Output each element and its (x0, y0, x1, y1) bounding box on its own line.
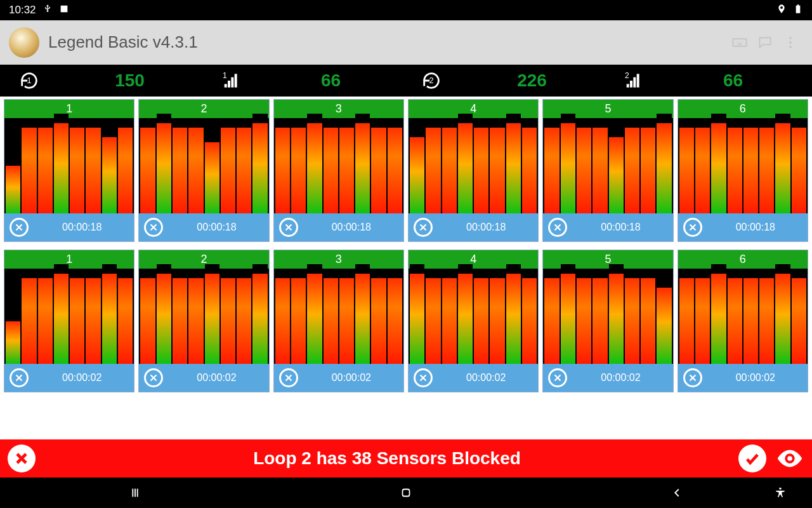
loop1-signal-icon: 1 (205, 70, 256, 91)
sensor-timer: 00:00:02 (573, 372, 667, 384)
overflow-menu-icon[interactable] (778, 30, 803, 55)
keyboard-icon[interactable] (727, 30, 752, 55)
sensor-bars (139, 118, 268, 213)
sensor-clear-button[interactable] (144, 368, 163, 387)
loop2-rate-value: 226 (457, 70, 607, 91)
android-nav-bar (0, 478, 812, 508)
sensor-card-footer: 00:00:18 (543, 213, 672, 241)
svg-text:1: 1 (223, 71, 227, 80)
sensor-timer: 00:00:02 (35, 372, 129, 384)
sensor-clear-button[interactable] (10, 368, 29, 387)
svg-point-20 (779, 488, 781, 490)
sensor-card-footer: 00:00:18 (139, 213, 268, 241)
app-title: Legend Basic v4.3.1 (48, 32, 727, 52)
sensor-bars (4, 118, 134, 213)
sensor-card-footer: 00:00:18 (678, 213, 808, 241)
sensor-bars (274, 118, 403, 213)
loop1-signal-value: 66 (256, 70, 406, 91)
sensor-clear-button[interactable] (279, 218, 298, 237)
nav-back-button[interactable] (658, 486, 696, 500)
sensor-clear-button[interactable] (548, 368, 567, 387)
sensor-bars (139, 269, 268, 364)
app-header: Legend Basic v4.3.1 (0, 20, 812, 65)
sensor-timer: 00:00:18 (304, 222, 398, 233)
sensor-card-number: 3 (274, 100, 403, 118)
app-logo-icon (9, 27, 39, 58)
sensor-row: 100:00:02200:00:02300:00:02400:00:02500:… (4, 250, 808, 392)
svg-text:1: 1 (27, 76, 31, 85)
sensor-card-footer: 00:00:18 (409, 213, 538, 241)
sensor-card[interactable]: 300:00:02 (273, 250, 404, 392)
svg-point-1 (789, 37, 792, 39)
sensor-grid: 100:00:18200:00:18300:00:18400:00:18500:… (0, 97, 812, 439)
sensor-card-footer: 00:00:18 (274, 213, 403, 241)
sensor-clear-button[interactable] (548, 218, 567, 237)
sensor-card[interactable]: 200:00:02 (138, 250, 269, 392)
svg-rect-6 (225, 84, 227, 87)
svg-text:2: 2 (429, 76, 433, 85)
sensor-card[interactable]: 300:00:18 (273, 99, 404, 242)
sensor-timer: 00:00:02 (709, 372, 802, 384)
sensor-clear-button[interactable] (414, 218, 433, 237)
svg-rect-9 (235, 74, 237, 87)
sensor-timer: 00:00:02 (304, 372, 398, 384)
sensor-card[interactable]: 500:00:18 (542, 99, 673, 242)
sensor-clear-button[interactable] (683, 218, 702, 237)
svg-point-3 (789, 46, 792, 48)
alert-confirm-button[interactable] (738, 444, 766, 472)
sensor-timer: 00:00:18 (169, 222, 263, 233)
sensor-timer: 00:00:18 (35, 222, 129, 233)
sensor-card-footer: 00:00:18 (4, 213, 134, 241)
sensor-clear-button[interactable] (683, 368, 702, 387)
nav-accessibility-button[interactable] (761, 486, 799, 499)
sensor-card-number: 1 (4, 100, 134, 118)
loop2-signal-icon: 2 (607, 70, 658, 91)
svg-rect-12 (627, 84, 629, 87)
sensor-timer: 00:00:02 (169, 372, 263, 384)
nav-recent-button[interactable] (116, 486, 154, 500)
sensor-clear-button[interactable] (279, 368, 298, 387)
sensor-bars (409, 118, 538, 213)
sensor-bars (678, 269, 808, 364)
sensor-bars (543, 118, 672, 213)
svg-text:2: 2 (625, 71, 629, 80)
sensor-card[interactable]: 100:00:18 (4, 99, 134, 242)
sensor-card-footer: 00:00:02 (409, 364, 538, 392)
loop1-rate-icon: 1 (4, 70, 55, 91)
sensor-bars (274, 269, 403, 364)
location-icon (776, 4, 787, 17)
summary-bar: 1 150 1 66 2 226 2 66 (0, 65, 812, 97)
loop2-rate-icon: 2 (406, 70, 457, 91)
sensor-clear-button[interactable] (144, 218, 163, 237)
sensor-card-footer: 00:00:02 (678, 364, 808, 392)
svg-rect-15 (637, 74, 639, 87)
status-time: 10:32 (9, 4, 36, 17)
svg-rect-13 (630, 81, 632, 88)
sensor-card[interactable]: 400:00:02 (408, 250, 539, 392)
alert-dismiss-button[interactable] (8, 444, 36, 472)
sensor-card[interactable]: 100:00:02 (4, 250, 134, 392)
sensor-timer: 00:00:18 (573, 222, 667, 233)
svg-rect-18 (137, 489, 138, 497)
sensor-card-number: 3 (274, 250, 403, 269)
sensor-timer: 00:00:18 (709, 222, 802, 233)
sensor-card[interactable]: 600:00:18 (678, 99, 808, 242)
svg-rect-7 (228, 81, 230, 88)
sensor-card[interactable]: 600:00:02 (678, 250, 808, 392)
alert-view-button[interactable] (775, 444, 804, 473)
android-status-bar: 10:32 (0, 0, 812, 20)
svg-rect-17 (134, 489, 136, 497)
sensor-bars (543, 269, 672, 364)
nav-home-button[interactable] (387, 486, 425, 500)
alert-bar: Loop 2 has 38 Sensors Blocked (0, 439, 812, 478)
sensor-card[interactable]: 400:00:18 (408, 99, 539, 242)
chat-icon[interactable] (752, 30, 778, 55)
svg-point-2 (789, 41, 792, 44)
sensor-clear-button[interactable] (414, 368, 433, 387)
sensor-card[interactable]: 200:00:18 (138, 99, 269, 242)
sensor-bars (678, 118, 808, 213)
sensor-card-footer: 00:00:02 (4, 364, 134, 392)
sensor-clear-button[interactable] (10, 218, 29, 237)
sensor-card[interactable]: 500:00:02 (542, 250, 673, 392)
sensor-bars (4, 269, 134, 364)
